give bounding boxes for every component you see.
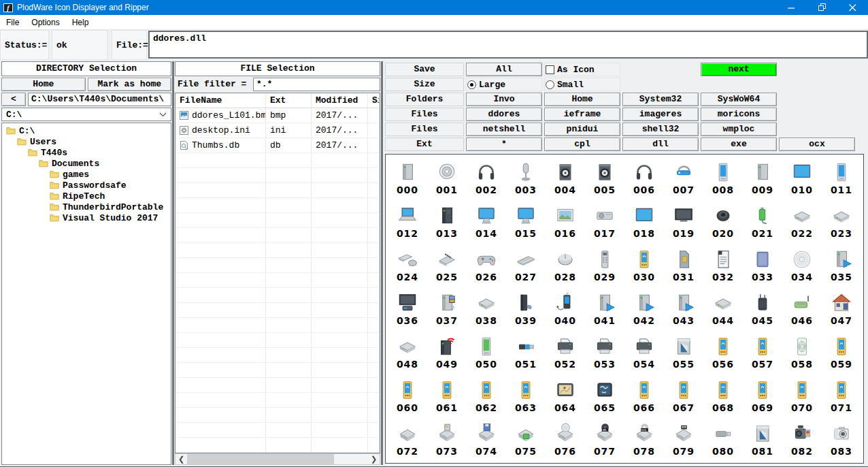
icon-cell-004[interactable]: 004	[546, 157, 585, 200]
icon-cell-082[interactable]: 082	[782, 417, 822, 461]
icon-cell-077[interactable]: BD077	[585, 417, 624, 461]
right-splitter[interactable]	[381, 61, 383, 465]
icon-cell-013[interactable]: 013	[427, 200, 467, 244]
icon-cell-078[interactable]: DVD078	[624, 417, 664, 461]
icon-cell-022[interactable]: 022	[782, 200, 822, 244]
icon-cell-033[interactable]: 033	[743, 244, 782, 287]
file-button-moricons[interactable]: moricons	[701, 108, 777, 121]
icon-cell-071[interactable]: 071	[822, 374, 861, 417]
ext-button-cpl[interactable]: cpl	[544, 138, 620, 151]
icon-cell-031[interactable]: 031	[664, 244, 703, 287]
icon-cell-057[interactable]: 057	[743, 330, 782, 374]
icon-cell-041[interactable]: 041	[585, 287, 624, 331]
icon-cell-015[interactable]: 015	[506, 200, 546, 244]
icon-cell-054[interactable]: 054	[624, 330, 664, 374]
icon-cell-018[interactable]: 018	[624, 200, 664, 244]
as-icon-checkbox[interactable]	[546, 65, 554, 74]
icon-cell-073[interactable]: 073	[427, 417, 467, 461]
icon-cell-046[interactable]: 046	[782, 287, 822, 331]
icon-cell-035[interactable]: 035	[822, 244, 861, 287]
icon-cell-026[interactable]: 026	[467, 244, 506, 287]
small-radio[interactable]	[546, 80, 554, 89]
icon-cell-056[interactable]: 056	[703, 330, 743, 374]
ext-button-dll[interactable]: dll	[622, 138, 699, 151]
icon-cell-003[interactable]: 003	[506, 157, 546, 200]
file-button-netshell[interactable]: netshell	[466, 123, 542, 136]
ext-button-ocx[interactable]: ocx	[779, 138, 855, 151]
icon-cell-009[interactable]: 009	[743, 157, 782, 200]
table-row[interactable]: desktop.iniini2017/...	[176, 123, 380, 138]
icon-cell-005[interactable]: 005	[585, 157, 624, 200]
scroll-right-icon[interactable]: ❯	[368, 454, 380, 464]
file-button-ieframe[interactable]: ieframe	[544, 108, 620, 121]
size-option-large[interactable]: Large	[466, 78, 542, 91]
icon-cell-058[interactable]: 058	[782, 330, 822, 374]
icon-cell-060[interactable]: 060	[388, 374, 427, 417]
file-name-input[interactable]: ddores.dll	[148, 31, 868, 59]
file-filter-input[interactable]: *.*	[253, 78, 380, 91]
icon-cell-045[interactable]: 045	[743, 287, 782, 331]
icon-cell-034[interactable]: 034	[782, 244, 822, 287]
icon-cell-010[interactable]: 010	[782, 157, 822, 200]
icon-cell-064[interactable]: 064	[546, 374, 585, 417]
drive-dropdown[interactable]: C:\	[1, 108, 171, 121]
back-button[interactable]: <	[1, 93, 26, 106]
icon-cell-075[interactable]: 075	[506, 417, 546, 461]
icon-cell-074[interactable]: 074	[467, 417, 506, 461]
restore-button[interactable]	[807, 0, 837, 15]
icon-cell-020[interactable]: 020	[703, 200, 743, 244]
folder-button-invo[interactable]: Invo	[466, 93, 542, 106]
next-button[interactable]: next	[701, 63, 777, 76]
icon-cell-023[interactable]: 023	[822, 200, 861, 244]
tree-item[interactable]: RipeTech	[2, 191, 171, 202]
icon-cell-081[interactable]: 081	[743, 417, 782, 461]
folder-button-syswow64[interactable]: SysWoW64	[701, 93, 777, 106]
icon-cell-069[interactable]: 069	[743, 374, 782, 417]
file-button-pnidui[interactable]: pnidui	[544, 123, 620, 136]
scrollbar-track[interactable]	[334, 454, 368, 464]
icon-cell-008[interactable]: 008	[703, 157, 743, 200]
as-icon-option[interactable]: As Icon	[544, 63, 620, 76]
icon-cell-050[interactable]: 050	[467, 330, 506, 374]
scrollbar-thumb[interactable]	[187, 454, 334, 464]
icon-cell-048[interactable]: 048	[388, 330, 427, 374]
icon-cell-052[interactable]: 052	[546, 330, 585, 374]
icon-cell-000[interactable]: 000	[388, 157, 427, 200]
save-all-button[interactable]: All	[466, 63, 542, 76]
icon-cell-025[interactable]: 025	[427, 244, 467, 287]
icon-cell-027[interactable]: 027	[506, 244, 546, 287]
file-button-wmploc[interactable]: wmploc	[701, 123, 777, 136]
ext-button-exe[interactable]: exe	[701, 138, 777, 151]
icon-cell-029[interactable]: 029	[585, 244, 624, 287]
icon-cell-039[interactable]: 039	[506, 287, 546, 331]
tree-item[interactable]: games	[2, 169, 171, 180]
tree-item[interactable]: Documents	[2, 158, 171, 169]
icon-cell-076[interactable]: 076	[546, 417, 585, 461]
minimize-button[interactable]	[776, 0, 807, 15]
file-button-ddores[interactable]: ddores	[466, 108, 542, 121]
icon-cell-067[interactable]: 067	[664, 374, 703, 417]
icon-cell-017[interactable]: 017	[585, 200, 624, 244]
size-option-small[interactable]: Small	[544, 78, 620, 91]
icon-cell-014[interactable]: 014	[467, 200, 506, 244]
tree-item[interactable]: Passwordsafe	[2, 180, 171, 191]
icon-cell-028[interactable]: 028	[546, 244, 585, 287]
scroll-left-icon[interactable]: ❮	[176, 454, 187, 464]
menu-item-help[interactable]: Help	[66, 15, 95, 29]
icon-cell-036[interactable]: 036	[388, 287, 427, 331]
tree-item[interactable]: T440s	[2, 147, 171, 158]
icon-cell-065[interactable]: 065	[585, 374, 624, 417]
large-radio[interactable]	[467, 80, 476, 89]
menu-item-options[interactable]: Options	[25, 15, 65, 29]
icon-cell-007[interactable]: 007	[664, 157, 703, 200]
tree-item[interactable]: Users	[2, 136, 171, 147]
tree-item[interactable]: C:\	[2, 125, 171, 136]
icon-cell-021[interactable]: 021	[743, 200, 782, 244]
icon-cell-001[interactable]: 001	[427, 157, 467, 200]
icon-cell-037[interactable]: ♪037	[427, 287, 467, 331]
tree-item[interactable]: Visual Studio 2017	[2, 212, 171, 223]
left-splitter[interactable]	[172, 61, 174, 465]
icon-cell-024[interactable]: 024	[388, 244, 427, 287]
icon-cell-062[interactable]: 062	[467, 374, 506, 417]
icon-cell-053[interactable]: 053	[585, 330, 624, 374]
